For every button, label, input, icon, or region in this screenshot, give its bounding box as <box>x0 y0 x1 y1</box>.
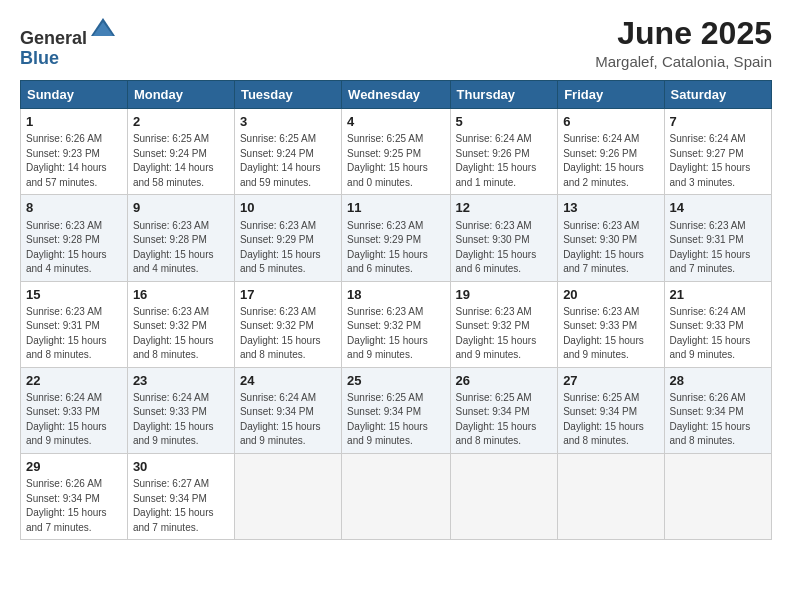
day-number: 21 <box>670 286 766 304</box>
day-number: 16 <box>133 286 229 304</box>
day-info: Sunrise: 6:25 AM Sunset: 9:34 PM Dayligh… <box>563 391 658 449</box>
day-number: 14 <box>670 199 766 217</box>
location-label: Margalef, Catalonia, Spain <box>595 53 772 70</box>
calendar-week-row: 15Sunrise: 6:23 AM Sunset: 9:31 PM Dayli… <box>21 281 772 367</box>
day-number: 23 <box>133 372 229 390</box>
month-title: June 2025 <box>595 16 772 51</box>
day-info: Sunrise: 6:24 AM Sunset: 9:26 PM Dayligh… <box>563 132 658 190</box>
day-number: 7 <box>670 113 766 131</box>
day-number: 9 <box>133 199 229 217</box>
day-number: 30 <box>133 458 229 476</box>
day-info: Sunrise: 6:23 AM Sunset: 9:32 PM Dayligh… <box>456 305 553 363</box>
day-info: Sunrise: 6:24 AM Sunset: 9:27 PM Dayligh… <box>670 132 766 190</box>
day-number: 19 <box>456 286 553 304</box>
calendar-cell: 22Sunrise: 6:24 AM Sunset: 9:33 PM Dayli… <box>21 367 128 453</box>
day-number: 28 <box>670 372 766 390</box>
calendar-cell: 21Sunrise: 6:24 AM Sunset: 9:33 PM Dayli… <box>664 281 771 367</box>
day-info: Sunrise: 6:24 AM Sunset: 9:33 PM Dayligh… <box>133 391 229 449</box>
day-info: Sunrise: 6:25 AM Sunset: 9:24 PM Dayligh… <box>133 132 229 190</box>
calendar-cell <box>558 453 664 539</box>
calendar-cell: 19Sunrise: 6:23 AM Sunset: 9:32 PM Dayli… <box>450 281 558 367</box>
day-number: 6 <box>563 113 658 131</box>
day-info: Sunrise: 6:25 AM Sunset: 9:34 PM Dayligh… <box>456 391 553 449</box>
calendar-week-row: 29Sunrise: 6:26 AM Sunset: 9:34 PM Dayli… <box>21 453 772 539</box>
day-number: 24 <box>240 372 336 390</box>
day-info: Sunrise: 6:23 AM Sunset: 9:31 PM Dayligh… <box>670 219 766 277</box>
day-number: 25 <box>347 372 444 390</box>
day-number: 3 <box>240 113 336 131</box>
calendar-cell: 6Sunrise: 6:24 AM Sunset: 9:26 PM Daylig… <box>558 109 664 195</box>
calendar-cell: 16Sunrise: 6:23 AM Sunset: 9:32 PM Dayli… <box>127 281 234 367</box>
calendar-cell: 8Sunrise: 6:23 AM Sunset: 9:28 PM Daylig… <box>21 195 128 281</box>
calendar-page: General Blue June 2025 Margalef, Catalon… <box>0 0 792 612</box>
calendar-cell: 30Sunrise: 6:27 AM Sunset: 9:34 PM Dayli… <box>127 453 234 539</box>
day-number: 1 <box>26 113 122 131</box>
day-info: Sunrise: 6:26 AM Sunset: 9:34 PM Dayligh… <box>670 391 766 449</box>
calendar-cell: 5Sunrise: 6:24 AM Sunset: 9:26 PM Daylig… <box>450 109 558 195</box>
day-info: Sunrise: 6:23 AM Sunset: 9:30 PM Dayligh… <box>456 219 553 277</box>
day-info: Sunrise: 6:25 AM Sunset: 9:34 PM Dayligh… <box>347 391 444 449</box>
day-info: Sunrise: 6:23 AM Sunset: 9:31 PM Dayligh… <box>26 305 122 363</box>
calendar-table: Sunday Monday Tuesday Wednesday Thursday… <box>20 80 772 540</box>
day-number: 20 <box>563 286 658 304</box>
day-info: Sunrise: 6:23 AM Sunset: 9:29 PM Dayligh… <box>347 219 444 277</box>
day-number: 10 <box>240 199 336 217</box>
day-info: Sunrise: 6:23 AM Sunset: 9:30 PM Dayligh… <box>563 219 658 277</box>
day-number: 11 <box>347 199 444 217</box>
day-info: Sunrise: 6:23 AM Sunset: 9:33 PM Dayligh… <box>563 305 658 363</box>
day-info: Sunrise: 6:23 AM Sunset: 9:29 PM Dayligh… <box>240 219 336 277</box>
col-sunday: Sunday <box>21 81 128 109</box>
day-info: Sunrise: 6:24 AM Sunset: 9:26 PM Dayligh… <box>456 132 553 190</box>
calendar-cell: 29Sunrise: 6:26 AM Sunset: 9:34 PM Dayli… <box>21 453 128 539</box>
calendar-cell: 4Sunrise: 6:25 AM Sunset: 9:25 PM Daylig… <box>342 109 450 195</box>
day-number: 13 <box>563 199 658 217</box>
calendar-cell <box>450 453 558 539</box>
calendar-cell: 18Sunrise: 6:23 AM Sunset: 9:32 PM Dayli… <box>342 281 450 367</box>
day-number: 4 <box>347 113 444 131</box>
calendar-cell: 3Sunrise: 6:25 AM Sunset: 9:24 PM Daylig… <box>234 109 341 195</box>
calendar-cell: 9Sunrise: 6:23 AM Sunset: 9:28 PM Daylig… <box>127 195 234 281</box>
calendar-cell: 13Sunrise: 6:23 AM Sunset: 9:30 PM Dayli… <box>558 195 664 281</box>
day-info: Sunrise: 6:23 AM Sunset: 9:28 PM Dayligh… <box>26 219 122 277</box>
day-info: Sunrise: 6:23 AM Sunset: 9:32 PM Dayligh… <box>347 305 444 363</box>
day-number: 5 <box>456 113 553 131</box>
day-info: Sunrise: 6:26 AM Sunset: 9:34 PM Dayligh… <box>26 477 122 535</box>
day-number: 8 <box>26 199 122 217</box>
calendar-week-row: 22Sunrise: 6:24 AM Sunset: 9:33 PM Dayli… <box>21 367 772 453</box>
logo-blue-text: Blue <box>20 48 59 68</box>
logo-icon <box>89 16 117 44</box>
day-info: Sunrise: 6:24 AM Sunset: 9:33 PM Dayligh… <box>26 391 122 449</box>
col-thursday: Thursday <box>450 81 558 109</box>
day-info: Sunrise: 6:24 AM Sunset: 9:33 PM Dayligh… <box>670 305 766 363</box>
calendar-cell: 23Sunrise: 6:24 AM Sunset: 9:33 PM Dayli… <box>127 367 234 453</box>
day-number: 15 <box>26 286 122 304</box>
logo-general-text: General <box>20 28 87 48</box>
day-number: 2 <box>133 113 229 131</box>
calendar-cell: 28Sunrise: 6:26 AM Sunset: 9:34 PM Dayli… <box>664 367 771 453</box>
col-tuesday: Tuesday <box>234 81 341 109</box>
calendar-cell <box>234 453 341 539</box>
calendar-week-row: 8Sunrise: 6:23 AM Sunset: 9:28 PM Daylig… <box>21 195 772 281</box>
calendar-cell: 20Sunrise: 6:23 AM Sunset: 9:33 PM Dayli… <box>558 281 664 367</box>
day-info: Sunrise: 6:27 AM Sunset: 9:34 PM Dayligh… <box>133 477 229 535</box>
calendar-cell: 24Sunrise: 6:24 AM Sunset: 9:34 PM Dayli… <box>234 367 341 453</box>
day-number: 12 <box>456 199 553 217</box>
calendar-cell: 17Sunrise: 6:23 AM Sunset: 9:32 PM Dayli… <box>234 281 341 367</box>
day-number: 26 <box>456 372 553 390</box>
calendar-cell: 26Sunrise: 6:25 AM Sunset: 9:34 PM Dayli… <box>450 367 558 453</box>
calendar-cell: 14Sunrise: 6:23 AM Sunset: 9:31 PM Dayli… <box>664 195 771 281</box>
calendar-cell: 15Sunrise: 6:23 AM Sunset: 9:31 PM Dayli… <box>21 281 128 367</box>
day-info: Sunrise: 6:24 AM Sunset: 9:34 PM Dayligh… <box>240 391 336 449</box>
day-info: Sunrise: 6:25 AM Sunset: 9:24 PM Dayligh… <box>240 132 336 190</box>
calendar-cell: 11Sunrise: 6:23 AM Sunset: 9:29 PM Dayli… <box>342 195 450 281</box>
title-block: June 2025 Margalef, Catalonia, Spain <box>595 16 772 70</box>
day-number: 29 <box>26 458 122 476</box>
calendar-cell: 25Sunrise: 6:25 AM Sunset: 9:34 PM Dayli… <box>342 367 450 453</box>
logo: General Blue <box>20 16 117 69</box>
calendar-cell <box>342 453 450 539</box>
page-header: General Blue June 2025 Margalef, Catalon… <box>20 16 772 70</box>
day-number: 18 <box>347 286 444 304</box>
calendar-cell: 2Sunrise: 6:25 AM Sunset: 9:24 PM Daylig… <box>127 109 234 195</box>
calendar-cell <box>664 453 771 539</box>
calendar-cell: 7Sunrise: 6:24 AM Sunset: 9:27 PM Daylig… <box>664 109 771 195</box>
